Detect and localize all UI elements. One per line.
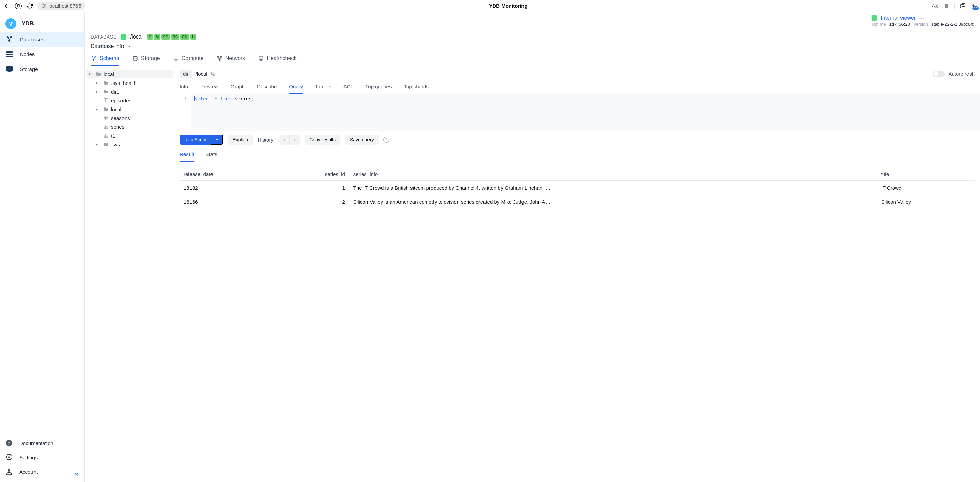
chevron-right-icon: ▸ bbox=[96, 90, 101, 94]
reload-button[interactable] bbox=[26, 3, 33, 10]
svg-rect-9 bbox=[6, 51, 13, 53]
sub-tab-top-queries[interactable]: Top queries bbox=[366, 81, 392, 94]
sidebar-item-account[interactable]: Account bbox=[0, 465, 84, 479]
uptime-value: 1d 4:56:20 bbox=[889, 22, 910, 27]
main-content: Internal viewer — Uptime 1d 4:56:20 Vers… bbox=[84, 12, 980, 482]
downloads-icon[interactable]: 23 bbox=[970, 3, 977, 9]
sub-tab-describe[interactable]: Describe bbox=[257, 81, 277, 94]
explain-button[interactable]: Explain bbox=[228, 135, 253, 145]
table-icon bbox=[103, 133, 109, 139]
column-header[interactable]: title bbox=[877, 168, 975, 181]
table-icon bbox=[103, 124, 109, 130]
sidebar-item-label: Account bbox=[19, 469, 38, 474]
table-row[interactable]: 131821The IT Crowd is a British sitcom p… bbox=[180, 181, 975, 195]
history-label: History: bbox=[258, 137, 275, 143]
column-header[interactable]: release_date bbox=[180, 168, 276, 181]
tree-root[interactable]: ▾ local bbox=[86, 70, 173, 78]
tree-item[interactable]: ▸.sys bbox=[94, 140, 173, 149]
autorefresh-label: Autorefresh bbox=[948, 71, 975, 77]
sidebar-item-label: Storage bbox=[20, 66, 38, 72]
svg-rect-24 bbox=[219, 59, 220, 61]
chevron-right-icon: ▸ bbox=[96, 81, 101, 85]
address-bar[interactable]: localhost:8765 bbox=[38, 2, 84, 10]
extensions-icon[interactable] bbox=[960, 3, 966, 9]
history-prev-button[interactable]: ‹ bbox=[280, 135, 290, 145]
copy-path-button[interactable] bbox=[211, 71, 216, 76]
status-indicator bbox=[872, 15, 877, 21]
folder-icon bbox=[103, 80, 109, 86]
editor-gutter: 1 bbox=[174, 94, 191, 131]
collapse-sidebar-button[interactable] bbox=[73, 471, 80, 477]
copy-results-button[interactable]: Copy results bbox=[305, 135, 340, 145]
sidebar-item-storage[interactable]: Storage bbox=[0, 62, 84, 76]
sub-tab-top-shards[interactable]: Top shards bbox=[404, 81, 428, 94]
folder-icon bbox=[103, 141, 109, 147]
back-button[interactable] bbox=[3, 3, 10, 10]
sub-tab-graph[interactable]: Graph bbox=[231, 81, 245, 94]
db-tags: CMSSBSCNH bbox=[147, 34, 196, 40]
result-table-container: release_dateseries_idseries_infotitle 13… bbox=[174, 162, 980, 215]
table-row[interactable]: 161662Silicon Valley is an American come… bbox=[180, 195, 975, 209]
help-icon[interactable]: ? bbox=[383, 136, 390, 143]
folder-icon bbox=[95, 71, 102, 77]
svg-rect-22 bbox=[217, 56, 219, 58]
history-next-button[interactable]: › bbox=[290, 135, 300, 145]
save-query-button[interactable]: Save query bbox=[345, 135, 379, 145]
tree-item[interactable]: ▸local bbox=[94, 105, 173, 114]
tab-label: Healthcheck bbox=[267, 55, 296, 62]
database-info-toggle[interactable]: Database info bbox=[91, 43, 974, 49]
tree-item[interactable]: series bbox=[94, 122, 173, 131]
run-script-dropdown[interactable] bbox=[211, 135, 223, 145]
sidebar-item-nodes[interactable]: Nodes bbox=[0, 47, 84, 62]
sidebar-item-settings[interactable]: Settings bbox=[0, 450, 84, 465]
tree-item[interactable]: ▸dir1 bbox=[94, 87, 173, 96]
cell: 2 bbox=[276, 195, 349, 209]
main-tabs: SchemaStorageComputeNetworkHealthcheck bbox=[84, 49, 980, 66]
bookmark-icon[interactable] bbox=[943, 3, 949, 9]
tab-healthcheck[interactable]: Healthcheck bbox=[258, 55, 296, 66]
tab-label: Compute bbox=[182, 55, 204, 62]
tab-compute[interactable]: Compute bbox=[173, 55, 204, 66]
tree-item[interactable]: episodes bbox=[94, 96, 173, 105]
yandex-icon[interactable]: Я bbox=[15, 3, 22, 10]
tab-storage[interactable]: Storage bbox=[132, 55, 160, 66]
run-script-button[interactable]: Run Script bbox=[180, 135, 211, 145]
column-header[interactable]: series_id bbox=[276, 168, 349, 181]
brand[interactable]: YDB bbox=[0, 16, 84, 32]
translate-icon[interactable]: Aあ bbox=[932, 3, 939, 9]
result-table: release_dateseries_idseries_infotitle 13… bbox=[180, 168, 975, 209]
sidebar-item-databases[interactable]: Databases bbox=[0, 32, 84, 47]
result-tab-result[interactable]: Result bbox=[180, 151, 194, 162]
sub-tab-tablets[interactable]: Tablets bbox=[315, 81, 331, 94]
svg-rect-29 bbox=[104, 134, 108, 138]
sub-tab-preview[interactable]: Preview bbox=[200, 81, 218, 94]
editor-code[interactable]: select * from series; bbox=[191, 94, 980, 131]
result-tab-stats[interactable]: Stats bbox=[206, 151, 217, 162]
cell: Silicon Valley is an American comedy tel… bbox=[349, 195, 877, 209]
sub-tab-acl[interactable]: ACL bbox=[344, 81, 353, 94]
database-label: DATABASE bbox=[91, 34, 117, 40]
tree-item[interactable]: ▸.sys_health bbox=[94, 78, 173, 87]
sub-tab-query[interactable]: Query bbox=[289, 81, 303, 94]
chevron-down-icon bbox=[215, 138, 219, 142]
svg-rect-11 bbox=[6, 56, 13, 57]
internal-viewer-link[interactable]: Internal viewer bbox=[880, 15, 916, 21]
tree-item[interactable]: seasons bbox=[94, 114, 173, 122]
tree-item-label: episodes bbox=[111, 98, 131, 103]
chevron-right-icon: ▸ bbox=[96, 107, 101, 111]
tree-item[interactable]: t1 bbox=[94, 131, 173, 140]
version-label: Version bbox=[913, 22, 928, 27]
tab-schema[interactable]: Schema bbox=[91, 55, 119, 66]
column-header[interactable]: series_info bbox=[349, 168, 877, 181]
autorefresh-toggle[interactable] bbox=[932, 71, 945, 78]
sidebar-item-documentation[interactable]: ? Documentation bbox=[0, 436, 84, 450]
chevron-right-icon: ▸ bbox=[96, 142, 101, 147]
page-title: YDB Monitoring bbox=[89, 3, 928, 9]
sub-tab-info[interactable]: Info bbox=[180, 81, 188, 94]
sidebar-item-label: Nodes bbox=[20, 51, 35, 57]
cell: 16166 bbox=[180, 195, 276, 209]
svg-rect-27 bbox=[104, 116, 108, 120]
query-editor[interactable]: 1 select * from series; bbox=[174, 94, 980, 131]
db-tag: C bbox=[147, 34, 153, 40]
tab-network[interactable]: Network bbox=[216, 55, 245, 66]
